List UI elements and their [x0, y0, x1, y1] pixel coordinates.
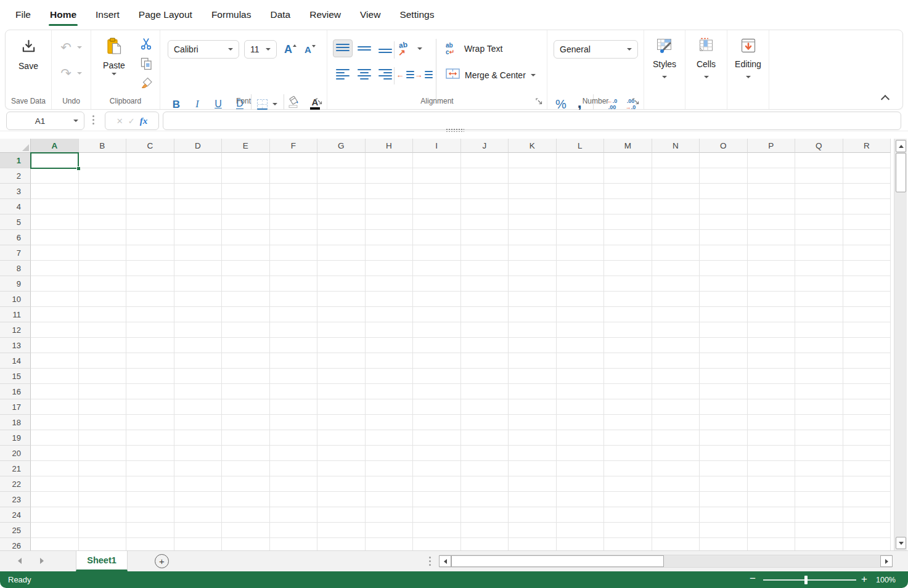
cell-K5[interactable]	[509, 214, 557, 230]
cell-F1[interactable]	[270, 153, 318, 168]
cell-G1[interactable]	[317, 153, 366, 168]
scroll-left-button[interactable]	[439, 555, 451, 567]
column-header-l[interactable]: L	[557, 139, 605, 153]
cell-M17[interactable]	[604, 399, 652, 415]
cell-Q18[interactable]	[795, 415, 843, 430]
cell-L10[interactable]	[557, 292, 605, 307]
cell-P22[interactable]	[748, 476, 796, 492]
cell-O10[interactable]	[700, 292, 748, 307]
redo-dropdown-icon[interactable]	[77, 72, 82, 75]
cell-O1[interactable]	[700, 153, 748, 168]
column-header-a[interactable]: A	[31, 139, 79, 153]
column-header-c[interactable]: C	[126, 139, 174, 153]
row-header-19[interactable]: 19	[0, 430, 31, 446]
fill-handle[interactable]	[76, 166, 81, 171]
cell-R4[interactable]	[843, 199, 891, 214]
cell-N19[interactable]	[652, 430, 700, 446]
cell-L8[interactable]	[557, 261, 605, 276]
cell-J15[interactable]	[461, 369, 509, 384]
cell-H4[interactable]	[366, 199, 414, 214]
row-header-1[interactable]: 1	[0, 153, 31, 168]
cell-L24[interactable]	[557, 507, 605, 523]
cell-K4[interactable]	[509, 199, 557, 214]
cell-F4[interactable]	[270, 199, 318, 214]
cell-Q2[interactable]	[795, 168, 843, 184]
cell-N17[interactable]	[652, 399, 700, 415]
cell-J19[interactable]	[461, 430, 509, 446]
cell-N25[interactable]	[652, 523, 700, 538]
vertical-scrollbar[interactable]	[894, 139, 907, 550]
cell-J9[interactable]	[461, 276, 509, 292]
cell-A3[interactable]	[31, 184, 79, 199]
cell-P4[interactable]	[748, 199, 796, 214]
middle-align-button[interactable]	[354, 39, 374, 57]
cell-H26[interactable]	[366, 538, 414, 550]
cell-Q25[interactable]	[795, 523, 843, 538]
cell-G18[interactable]	[317, 415, 366, 430]
cell-E23[interactable]	[222, 492, 270, 507]
bottom-align-button[interactable]	[375, 39, 395, 57]
cell-O5[interactable]	[700, 214, 748, 230]
cell-R2[interactable]	[843, 168, 891, 184]
formula-bar-drag-handle[interactable]	[92, 115, 94, 125]
cell-L18[interactable]	[557, 415, 605, 430]
row-header-25[interactable]: 25	[0, 523, 31, 538]
formula-input[interactable]	[163, 112, 901, 130]
cell-D6[interactable]	[174, 230, 223, 245]
cell-O8[interactable]	[700, 261, 748, 276]
wrap-text-button[interactable]: ab c↵ Wrap Text	[446, 41, 503, 56]
cell-D15[interactable]	[174, 369, 223, 384]
zoom-slider-track[interactable]	[763, 579, 856, 581]
cell-A22[interactable]	[31, 476, 79, 492]
cell-O15[interactable]	[700, 369, 748, 384]
cell-E4[interactable]	[222, 199, 270, 214]
cell-F13[interactable]	[270, 338, 318, 353]
merge-center-button[interactable]: Merge & Center	[446, 68, 536, 81]
column-header-p[interactable]: P	[748, 139, 796, 153]
cell-L6[interactable]	[557, 230, 605, 245]
cell-F6[interactable]	[270, 230, 318, 245]
cell-F20[interactable]	[270, 446, 318, 461]
cell-P20[interactable]	[748, 446, 796, 461]
cell-J20[interactable]	[461, 446, 509, 461]
cell-K1[interactable]	[509, 153, 557, 168]
cell-Q6[interactable]	[795, 230, 843, 245]
cell-Q19[interactable]	[795, 430, 843, 446]
cell-F26[interactable]	[270, 538, 318, 550]
cell-L17[interactable]	[557, 399, 605, 415]
cell-I13[interactable]	[413, 338, 461, 353]
cell-K24[interactable]	[509, 507, 557, 523]
cell-K7[interactable]	[509, 245, 557, 261]
cell-L12[interactable]	[557, 322, 605, 338]
column-header-b[interactable]: B	[79, 139, 127, 153]
cell-M6[interactable]	[604, 230, 652, 245]
cell-K10[interactable]	[509, 292, 557, 307]
cell-M22[interactable]	[604, 476, 652, 492]
cell-N22[interactable]	[652, 476, 700, 492]
cell-L20[interactable]	[557, 446, 605, 461]
cell-K12[interactable]	[509, 322, 557, 338]
cell-M14[interactable]	[604, 353, 652, 369]
cell-G25[interactable]	[317, 523, 366, 538]
cell-H9[interactable]	[366, 276, 414, 292]
cell-M26[interactable]	[604, 538, 652, 550]
cell-Q11[interactable]	[795, 307, 843, 322]
cell-M25[interactable]	[604, 523, 652, 538]
cell-B20[interactable]	[79, 446, 127, 461]
cell-J3[interactable]	[461, 184, 509, 199]
cell-O16[interactable]	[700, 384, 748, 399]
cell-K20[interactable]	[509, 446, 557, 461]
cell-M16[interactable]	[604, 384, 652, 399]
cell-N7[interactable]	[652, 245, 700, 261]
cell-P15[interactable]	[748, 369, 796, 384]
cell-R14[interactable]	[843, 353, 891, 369]
cell-P5[interactable]	[748, 214, 796, 230]
cell-A15[interactable]	[31, 369, 79, 384]
cell-P18[interactable]	[748, 415, 796, 430]
cell-J18[interactable]	[461, 415, 509, 430]
cell-H22[interactable]	[366, 476, 414, 492]
row-header-22[interactable]: 22	[0, 476, 31, 492]
cell-I19[interactable]	[413, 430, 461, 446]
cell-B5[interactable]	[79, 214, 127, 230]
cell-O17[interactable]	[700, 399, 748, 415]
